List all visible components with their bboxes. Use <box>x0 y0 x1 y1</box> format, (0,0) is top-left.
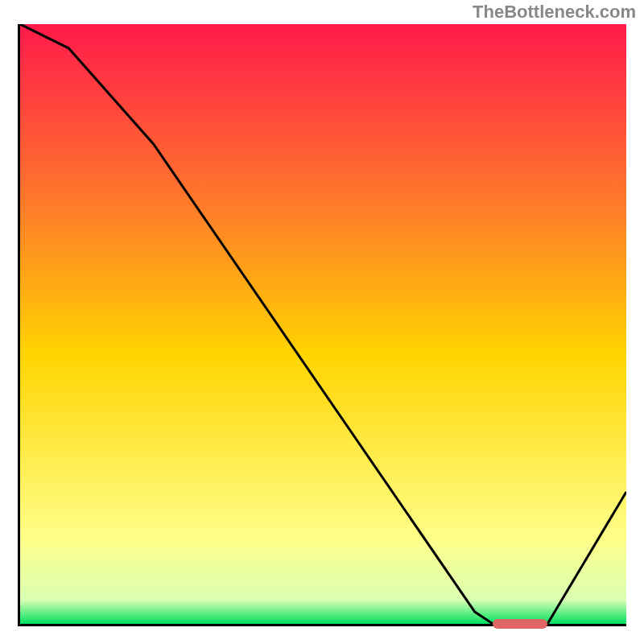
plot-area <box>18 24 626 626</box>
optimal-range-marker <box>493 619 547 629</box>
bottleneck-curve <box>20 24 626 624</box>
chart-container: TheBottleneck.com <box>0 0 644 644</box>
curve-path <box>20 24 626 624</box>
attribution-text: TheBottleneck.com <box>473 2 636 23</box>
